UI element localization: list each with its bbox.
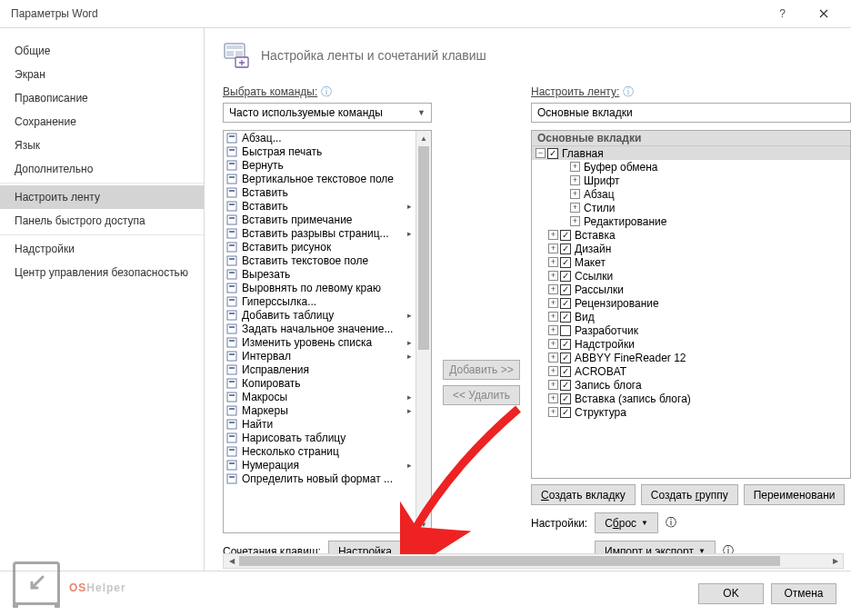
expand-toggle[interactable]: + — [570, 203, 580, 213]
command-item[interactable]: Изменить уровень списка▸ — [224, 335, 415, 349]
checkbox[interactable]: ✓ — [560, 271, 571, 282]
checkbox[interactable]: ✓ — [560, 230, 571, 241]
sidebar-item[interactable]: Правописание — [0, 86, 204, 110]
command-item[interactable]: Вставить рисунок — [224, 240, 415, 253]
command-item[interactable]: Вырезать — [224, 267, 415, 281]
command-item[interactable]: Копировать — [224, 376, 415, 390]
tree-row[interactable]: +✓ACROBAT — [532, 364, 850, 378]
command-item[interactable]: Быстрая печать — [224, 144, 415, 158]
sidebar-item[interactable]: Сохранение — [0, 110, 204, 134]
sidebar-item[interactable]: Экран — [0, 63, 204, 86]
command-item[interactable]: Определить новый формат ... — [224, 472, 415, 485]
command-item[interactable]: Вставить — [224, 185, 415, 199]
command-item[interactable]: Вставить текстовое поле — [224, 253, 415, 267]
cancel-button[interactable]: Отмена — [771, 583, 836, 604]
tree-row[interactable]: +✓Рассылки — [532, 283, 850, 296]
command-item[interactable]: Задать начальное значение... — [224, 322, 415, 335]
rename-button[interactable]: Переименовани — [744, 484, 846, 505]
checkbox[interactable]: ✓ — [560, 312, 571, 323]
command-item[interactable]: Вертикальное текстовое поле — [224, 172, 415, 185]
commands-scrollbar[interactable]: ▲ ▼ — [415, 131, 431, 532]
expand-toggle[interactable]: + — [548, 284, 558, 294]
expand-toggle[interactable]: + — [548, 312, 558, 322]
expand-toggle[interactable]: + — [548, 353, 558, 363]
reset-button[interactable]: Сброс▼ — [595, 512, 658, 533]
close-button[interactable] — [803, 0, 844, 27]
tree-row[interactable]: +Абзац — [532, 187, 850, 201]
expand-toggle[interactable]: + — [548, 366, 558, 376]
tree-row[interactable]: +✓Ссылки — [532, 269, 850, 283]
expand-toggle[interactable]: + — [548, 298, 558, 308]
expand-toggle[interactable]: + — [548, 243, 558, 253]
command-item[interactable]: Макросы▸ — [224, 390, 415, 403]
command-item[interactable]: Абзац... — [224, 131, 415, 144]
tree-row[interactable]: +✓Надстройки — [532, 337, 850, 351]
expand-toggle[interactable]: + — [548, 325, 558, 335]
tree-row[interactable]: +✓Рецензирование — [532, 296, 850, 310]
expand-toggle[interactable]: + — [548, 380, 558, 390]
tree-row[interactable]: +Разработчик — [532, 323, 850, 337]
checkbox[interactable]: ✓ — [560, 407, 571, 418]
tree-row[interactable]: +✓Вставка — [532, 228, 850, 242]
sidebar-item[interactable]: Дополнительно — [0, 157, 204, 181]
commands-listbox[interactable]: Абзац...Быстрая печатьВернутьВертикально… — [223, 130, 432, 533]
scroll-up-button[interactable]: ▲ — [416, 131, 431, 146]
command-item[interactable]: Вставить примечание — [224, 213, 415, 226]
sidebar-item[interactable]: Центр управления безопасностью — [0, 261, 204, 284]
commands-source-combo[interactable]: Часто используемые команды▼ — [223, 103, 432, 123]
command-item[interactable]: Нарисовать таблицу — [224, 431, 415, 444]
command-item[interactable]: Найти — [224, 417, 415, 431]
expand-toggle[interactable]: + — [548, 230, 558, 240]
add-button[interactable]: Добавить >> — [443, 360, 520, 380]
command-item[interactable]: Добавить таблицу▸ — [224, 308, 415, 322]
sidebar-item[interactable]: Панель быстрого доступа — [0, 209, 204, 233]
sidebar-item[interactable]: Язык — [0, 134, 204, 157]
expand-toggle[interactable]: + — [570, 216, 580, 226]
command-item[interactable]: Несколько страниц — [224, 444, 415, 458]
expand-toggle[interactable]: + — [570, 162, 580, 172]
new-tab-button[interactable]: Создать вкладку — [531, 484, 636, 505]
checkbox[interactable]: ✓ — [560, 284, 571, 295]
help-button[interactable]: ? — [762, 0, 803, 27]
info-icon[interactable]: ⓘ — [321, 85, 332, 98]
tree-row[interactable]: +✓Структура — [532, 405, 850, 419]
command-item[interactable]: Маркеры▸ — [224, 403, 415, 417]
sidebar-item[interactable]: Настроить ленту — [0, 185, 204, 209]
scroll-right-button[interactable]: ▶ — [827, 554, 843, 568]
checkbox[interactable]: ✓ — [560, 339, 571, 350]
command-item[interactable]: Нумерация▸ — [224, 458, 415, 472]
checkbox[interactable] — [560, 325, 571, 336]
tree-row[interactable]: +Буфер обмена — [532, 160, 850, 174]
ribbon-tabs-combo[interactable]: Основные вкладки — [531, 103, 851, 123]
tree-row[interactable]: +✓ABBYY FineReader 12 — [532, 351, 850, 364]
info-icon[interactable]: ⓘ — [623, 85, 634, 98]
tree-row[interactable]: +✓Запись блога — [532, 378, 850, 392]
expand-toggle[interactable]: + — [548, 257, 558, 267]
checkbox[interactable]: ✓ — [547, 148, 558, 159]
expand-toggle[interactable]: + — [548, 271, 558, 281]
command-item[interactable]: Вставить▸ — [224, 199, 415, 213]
command-item[interactable]: Вернуть — [224, 158, 415, 172]
tree-row[interactable]: +✓Вид — [532, 310, 850, 323]
horizontal-scrollbar[interactable]: ◀ ▶ — [223, 553, 844, 569]
checkbox[interactable]: ✓ — [560, 393, 571, 404]
expand-toggle[interactable]: + — [548, 393, 558, 403]
info-icon[interactable]: ⓘ — [666, 515, 676, 531]
tree-row[interactable]: −✓Главная — [532, 146, 850, 160]
tree-row[interactable]: +✓Дизайн — [532, 242, 850, 255]
new-group-button[interactable]: Создать группу — [641, 484, 738, 505]
sidebar-item[interactable]: Надстройки — [0, 237, 204, 261]
scroll-left-button[interactable]: ◀ — [224, 554, 239, 568]
tree-row[interactable]: +Редактирование — [532, 214, 850, 228]
scroll-down-button[interactable]: ▼ — [416, 517, 431, 532]
command-item[interactable]: Вставить разрывы страниц...▸ — [224, 226, 415, 240]
checkbox[interactable]: ✓ — [560, 298, 571, 309]
checkbox[interactable]: ✓ — [560, 353, 571, 363]
command-item[interactable]: Выровнять по левому краю — [224, 281, 415, 294]
expand-toggle[interactable]: + — [570, 189, 580, 199]
tree-row[interactable]: +Шрифт — [532, 174, 850, 187]
checkbox[interactable]: ✓ — [560, 243, 571, 254]
checkbox[interactable]: ✓ — [560, 366, 571, 377]
checkbox[interactable]: ✓ — [560, 380, 571, 391]
tree-row[interactable]: +✓Вставка (запись блога) — [532, 392, 850, 405]
